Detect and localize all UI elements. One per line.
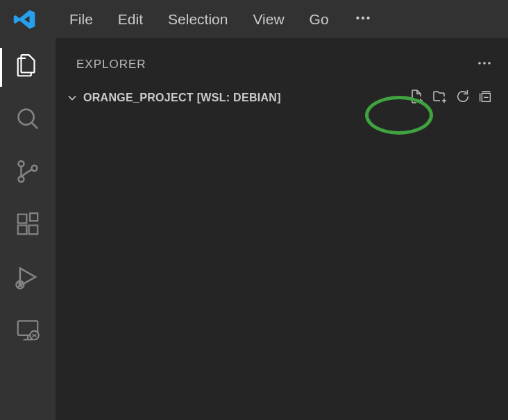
ellipsis-icon <box>476 55 493 74</box>
explorer-sidebar: EXPLORER ORANGE_PROJECT [WSL: DEBIAN] <box>56 38 508 420</box>
svg-point-0 <box>356 16 359 19</box>
activity-bar <box>0 38 56 420</box>
remote-explorer-icon <box>15 317 41 346</box>
svg-point-5 <box>19 161 24 167</box>
activity-remote-explorer[interactable] <box>11 314 44 348</box>
extensions-icon <box>15 211 41 240</box>
activity-run-debug[interactable] <box>11 262 44 295</box>
activity-explorer[interactable] <box>11 51 44 84</box>
svg-point-1 <box>361 16 364 19</box>
menu-overflow-button[interactable] <box>341 9 384 30</box>
menu-file[interactable]: File <box>57 11 105 28</box>
new-folder-button[interactable] <box>432 88 448 108</box>
svg-point-2 <box>366 16 369 19</box>
chevron-down-icon <box>65 91 79 105</box>
collapse-all-button[interactable] <box>477 89 493 107</box>
refresh-button[interactable] <box>455 89 471 107</box>
svg-point-19 <box>488 62 491 65</box>
new-file-button[interactable] <box>408 88 425 108</box>
menu-view[interactable]: View <box>240 11 296 28</box>
activity-extensions[interactable] <box>11 209 44 242</box>
workspace-folder-label: ORANGE_PROJECT [WSL: DEBIAN] <box>83 92 281 104</box>
svg-point-6 <box>19 176 24 182</box>
svg-point-18 <box>483 62 486 65</box>
files-icon <box>15 53 41 82</box>
search-icon <box>15 106 41 135</box>
ellipsis-icon <box>354 9 372 30</box>
svg-point-17 <box>478 62 481 65</box>
menu-selection[interactable]: Selection <box>155 11 240 28</box>
explorer-header: EXPLORER <box>56 38 508 84</box>
activity-source-control[interactable] <box>11 156 44 190</box>
menu-bar: File Edit Selection View Go <box>0 0 508 38</box>
activity-search[interactable] <box>11 103 44 137</box>
menu-go[interactable]: Go <box>297 11 341 28</box>
menu-edit[interactable]: Edit <box>105 11 155 28</box>
collapse-all-icon <box>477 89 493 107</box>
vscode-logo-icon <box>12 8 36 31</box>
workspace-folder-row[interactable]: ORANGE_PROJECT [WSL: DEBIAN] <box>56 84 508 112</box>
svg-point-7 <box>32 165 37 171</box>
svg-rect-11 <box>30 213 37 221</box>
run-debug-icon <box>15 264 41 293</box>
new-file-icon <box>408 88 425 108</box>
refresh-icon <box>455 89 471 107</box>
body: EXPLORER ORANGE_PROJECT [WSL: DEBIAN] <box>0 38 508 420</box>
folder-actions <box>408 88 493 108</box>
svg-rect-10 <box>29 226 38 235</box>
svg-rect-9 <box>18 226 27 235</box>
explorer-title: EXPLORER <box>76 58 146 72</box>
svg-point-3 <box>19 110 34 125</box>
new-folder-icon <box>432 88 448 108</box>
source-control-icon <box>15 158 41 187</box>
explorer-more-actions-button[interactable] <box>476 55 493 74</box>
svg-rect-8 <box>18 215 27 224</box>
svg-line-4 <box>32 123 38 129</box>
